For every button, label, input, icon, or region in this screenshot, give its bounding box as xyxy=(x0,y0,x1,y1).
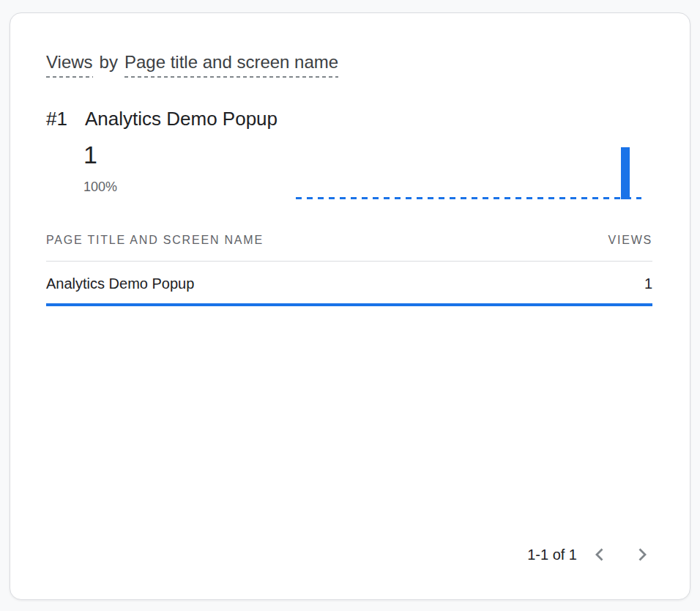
table-row[interactable]: Analytics Demo Popup 1 xyxy=(46,262,652,303)
title-connector: by xyxy=(100,52,118,72)
table-header-dimension: PAGE TITLE AND SCREEN NAME xyxy=(46,233,264,248)
top-item-summary: #1 Analytics Demo Popup 1 100% xyxy=(46,106,652,201)
pagination: 1-1 of 1 xyxy=(527,545,652,564)
views-sparkline xyxy=(296,145,641,199)
next-page-button[interactable] xyxy=(633,545,652,564)
chevron-left-icon xyxy=(591,546,608,563)
metric-selector[interactable]: Views xyxy=(46,51,93,73)
dimension-table: PAGE TITLE AND SCREEN NAME VIEWS Analyti… xyxy=(46,233,652,306)
row-dimension-value: Analytics Demo Popup xyxy=(46,274,194,293)
sparkline-baseline xyxy=(296,197,641,199)
top-item-metric-row: 1 100% xyxy=(46,140,652,201)
pagination-range: 1-1 of 1 xyxy=(527,547,577,563)
card-title: ViewsbyPage title and screen name xyxy=(46,51,652,73)
chevron-right-icon xyxy=(633,546,651,563)
views-report-card: ViewsbyPage title and screen name #1 Ana… xyxy=(10,12,690,600)
table-header-metric: VIEWS xyxy=(608,233,652,248)
top-item-name: Analytics Demo Popup xyxy=(85,106,278,131)
top-item-header: #1 Analytics Demo Popup xyxy=(46,106,652,131)
table-header-row: PAGE TITLE AND SCREEN NAME VIEWS xyxy=(46,233,652,262)
prev-page-button[interactable] xyxy=(590,545,609,564)
row-progress-bar xyxy=(46,303,652,306)
top-item-rank: #1 xyxy=(46,106,85,131)
sparkline-bar xyxy=(621,147,630,199)
dimension-selector[interactable]: Page title and screen name xyxy=(124,51,338,73)
row-metric-value: 1 xyxy=(644,274,652,293)
